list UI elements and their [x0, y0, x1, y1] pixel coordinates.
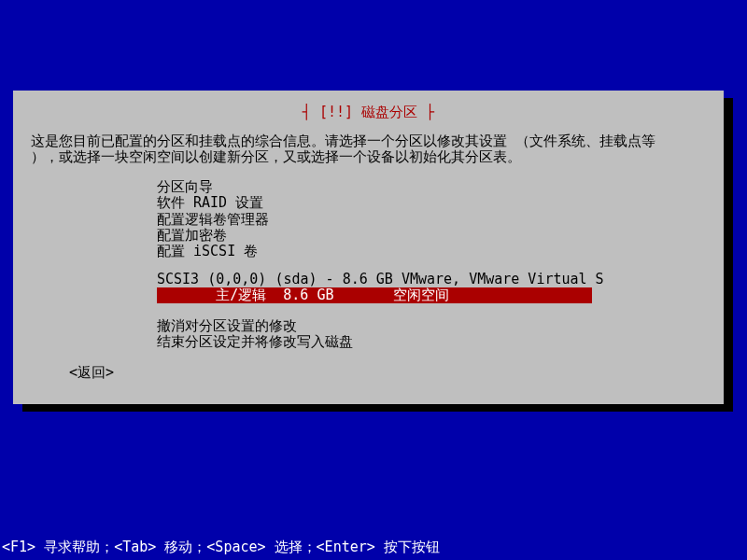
instruction-line2: ），或选择一块空闲空间以创建新分区，又或选择一个设备以初始化其分区表。 — [31, 148, 521, 165]
menu-list: 分区向导 软件 RAID 设置 配置逻辑卷管理器 配置加密卷 配置 iSCSI … — [157, 179, 269, 259]
instruction-text: 这是您目前已配置的分区和挂载点的综合信息。请选择一个分区以修改其设置 （文件系统… — [31, 133, 706, 166]
help-bar: <F1> 寻求帮助；<Tab> 移动；<Space> 选择；<Enter> 按下… — [2, 539, 440, 556]
menu-undo-changes[interactable]: 撤消对分区设置的修改 — [157, 318, 353, 334]
finish-section: 撤消对分区设置的修改 结束分区设定并将修改写入磁盘 — [157, 318, 353, 351]
back-button[interactable]: <返回> — [69, 364, 114, 382]
dialog-title: ┤ [!!] 磁盘分区 ├ — [13, 104, 724, 121]
instruction-line1: 这是您目前已配置的分区和挂载点的综合信息。请选择一个分区以修改其设置 （文件系统… — [31, 133, 655, 149]
menu-configure-lvm[interactable]: 配置逻辑卷管理器 — [157, 212, 269, 228]
disk-header[interactable]: SCSI3 (0,0,0) (sda) - 8.6 GB VMware, VMw… — [157, 271, 604, 287]
menu-configure-iscsi[interactable]: 配置 iSCSI 卷 — [157, 244, 269, 259]
menu-finish-partitioning[interactable]: 结束分区设定并将修改写入磁盘 — [157, 334, 353, 350]
menu-configure-encrypted[interactable]: 配置加密卷 — [157, 228, 269, 244]
partition-dialog: ┤ [!!] 磁盘分区 ├ 这是您目前已配置的分区和挂载点的综合信息。请选择一个… — [13, 91, 724, 404]
partition-free-space[interactable]: 主/逻辑 8.6 GB 空闲空间 — [157, 287, 592, 303]
menu-software-raid[interactable]: 软件 RAID 设置 — [157, 195, 269, 211]
menu-guided-partitioning[interactable]: 分区向导 — [157, 179, 269, 195]
